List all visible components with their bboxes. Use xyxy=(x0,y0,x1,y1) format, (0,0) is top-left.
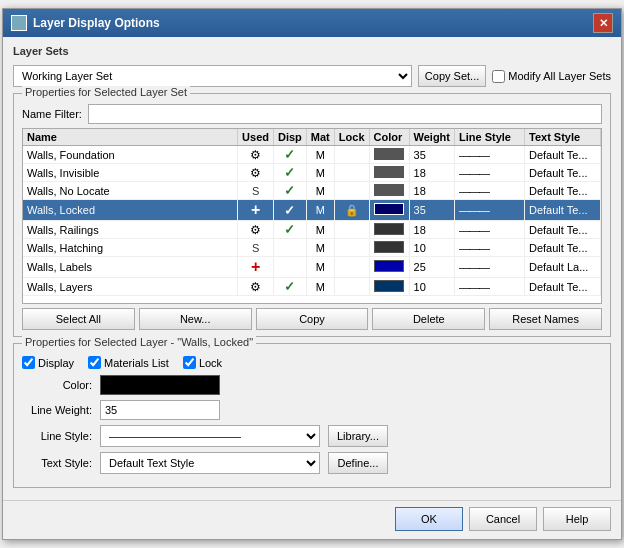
lock-checkbox-label[interactable]: Lock xyxy=(183,356,222,369)
cell-weight: 25 xyxy=(409,257,454,278)
cell-name: Walls, Hatching xyxy=(23,239,238,257)
color-button[interactable] xyxy=(100,375,220,395)
layer-sets-dropdown[interactable]: Working Layer Set xyxy=(13,65,412,87)
color-swatch xyxy=(374,280,404,292)
copy-set-button[interactable]: Copy Set... xyxy=(418,65,486,87)
display-checkbox-label[interactable]: Display xyxy=(22,356,74,369)
lock-checkbox[interactable] xyxy=(183,356,196,369)
table-row[interactable]: Walls, Invisible⚙✓M18———Default Te... xyxy=(23,164,601,182)
line-preview: ——— xyxy=(459,204,489,216)
close-button[interactable]: ✕ xyxy=(593,13,613,33)
cell-line-style: ——— xyxy=(455,164,525,182)
cell-mat: M xyxy=(306,164,334,182)
line-preview: ——— xyxy=(459,261,489,273)
cell-line-style: ——— xyxy=(455,278,525,296)
table-row[interactable]: Walls, Locked+✓M🔒35———Default Te... xyxy=(23,200,601,221)
cell-color xyxy=(369,278,409,296)
used-icon: + xyxy=(251,201,260,218)
line-style-dropdown[interactable]: ———————————— xyxy=(100,425,320,447)
line-weight-input[interactable] xyxy=(100,400,220,420)
copy-button[interactable]: Copy xyxy=(256,308,369,330)
text-style-dropdown[interactable]: Default Text Style xyxy=(100,452,320,474)
line-preview: ——— xyxy=(459,281,489,293)
cell-lock xyxy=(334,257,369,278)
table-row[interactable]: Walls, No LocateS✓M18———Default Te... xyxy=(23,182,601,200)
cell-text-style: Default Te... xyxy=(525,278,601,296)
used-icon: + xyxy=(251,258,260,275)
cell-disp: ✓ xyxy=(274,200,307,221)
cell-lock xyxy=(334,221,369,239)
cell-lock xyxy=(334,239,369,257)
materials-checkbox[interactable] xyxy=(88,356,101,369)
cell-disp: ✓ xyxy=(274,221,307,239)
dialog-footer: OK Cancel Help xyxy=(3,500,621,539)
library-button[interactable]: Library... xyxy=(328,425,388,447)
text-style-row: Text Style: Default Text Style Define... xyxy=(22,452,602,474)
col-mat: Mat xyxy=(306,129,334,146)
cell-weight: 35 xyxy=(409,146,454,164)
cell-used: S xyxy=(238,239,274,257)
help-button[interactable]: Help xyxy=(543,507,611,531)
materials-checkbox-label[interactable]: Materials List xyxy=(88,356,169,369)
reset-names-button[interactable]: Reset Names xyxy=(489,308,602,330)
used-icon: ⚙ xyxy=(250,148,261,162)
color-swatch xyxy=(374,184,404,196)
cell-text-style: Default Te... xyxy=(525,146,601,164)
cell-disp: ✓ xyxy=(274,164,307,182)
cell-lock: 🔒 xyxy=(334,200,369,221)
cell-mat: M xyxy=(306,239,334,257)
cell-mat: M xyxy=(306,257,334,278)
define-button[interactable]: Define... xyxy=(328,452,388,474)
text-style-label: Text Style: xyxy=(22,457,92,469)
cell-used: ⚙ xyxy=(238,221,274,239)
table-row[interactable]: Walls, Railings⚙✓M18———Default Te... xyxy=(23,221,601,239)
table-row[interactable]: Walls, HatchingSM10———Default Te... xyxy=(23,239,601,257)
modify-all-label[interactable]: Modify All Layer Sets xyxy=(492,70,611,83)
col-disp: Disp xyxy=(274,129,307,146)
title-bar: Layer Display Options ✕ xyxy=(3,9,621,37)
line-preview: ——— xyxy=(459,167,489,179)
cell-line-style: ——— xyxy=(455,146,525,164)
layer-sets-row: Layer Sets xyxy=(13,45,611,61)
checkboxes-row: Display Materials List Lock xyxy=(22,356,602,369)
new-button[interactable]: New... xyxy=(139,308,252,330)
cell-name: Walls, Locked xyxy=(23,200,238,221)
cell-text-style: Default Te... xyxy=(525,200,601,221)
cell-line-style: ——— xyxy=(455,221,525,239)
disp-checkmark: ✓ xyxy=(284,165,295,180)
table-row[interactable]: Walls, Foundation⚙✓M35———Default Te... xyxy=(23,146,601,164)
cell-weight: 10 xyxy=(409,239,454,257)
cell-used: + xyxy=(238,257,274,278)
cell-lock xyxy=(334,182,369,200)
table-buttons: Select All New... Copy Delete Reset Name… xyxy=(22,308,602,330)
layer-sets-controls: Working Layer Set Copy Set... Modify All… xyxy=(13,65,611,87)
cell-line-style: ——— xyxy=(455,200,525,221)
cancel-button[interactable]: Cancel xyxy=(469,507,537,531)
name-filter-input[interactable] xyxy=(88,104,602,124)
used-icon: ⚙ xyxy=(250,280,261,294)
cell-color xyxy=(369,221,409,239)
line-preview: ——— xyxy=(459,224,489,236)
display-checkbox[interactable] xyxy=(22,356,35,369)
cell-disp xyxy=(274,257,307,278)
color-row: Color: xyxy=(22,375,602,395)
cell-text-style: Default Te... xyxy=(525,239,601,257)
cell-disp: ✓ xyxy=(274,182,307,200)
modify-all-checkbox[interactable] xyxy=(492,70,505,83)
line-weight-label: Line Weight: xyxy=(22,404,92,416)
cell-name: Walls, No Locate xyxy=(23,182,238,200)
delete-button[interactable]: Delete xyxy=(372,308,485,330)
cell-line-style: ——— xyxy=(455,239,525,257)
cell-weight: 10 xyxy=(409,278,454,296)
cell-color xyxy=(369,182,409,200)
table-row[interactable]: Walls, Labels+M25———Default La... xyxy=(23,257,601,278)
cell-mat: M xyxy=(306,146,334,164)
ok-button[interactable]: OK xyxy=(395,507,463,531)
table-body[interactable]: Walls, Foundation⚙✓M35———Default Te...Wa… xyxy=(23,146,601,296)
name-filter-row: Name Filter: xyxy=(22,104,602,124)
cell-name: Walls, Invisible xyxy=(23,164,238,182)
cell-disp: ✓ xyxy=(274,278,307,296)
table-row[interactable]: Walls, Layers⚙✓M10———Default Te... xyxy=(23,278,601,296)
line-preview: ——— xyxy=(459,242,489,254)
select-all-button[interactable]: Select All xyxy=(22,308,135,330)
